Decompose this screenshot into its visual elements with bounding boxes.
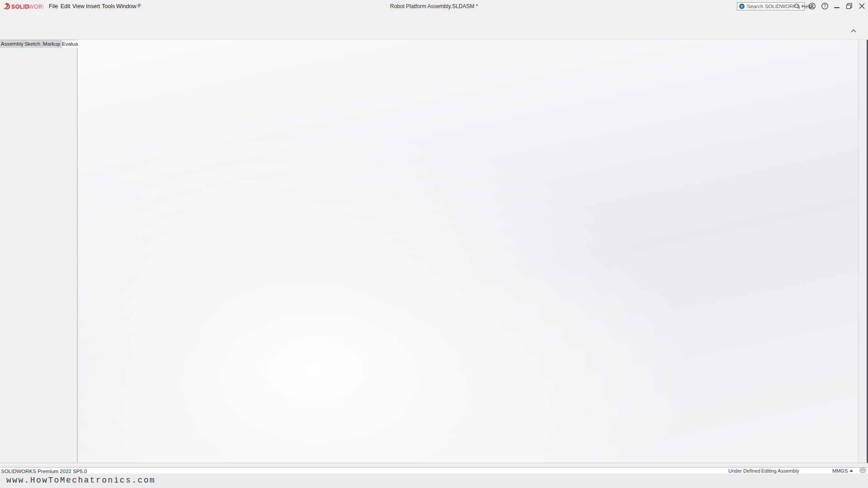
svg-text:?: ? bbox=[823, 4, 826, 9]
svg-text:?: ? bbox=[741, 5, 743, 9]
